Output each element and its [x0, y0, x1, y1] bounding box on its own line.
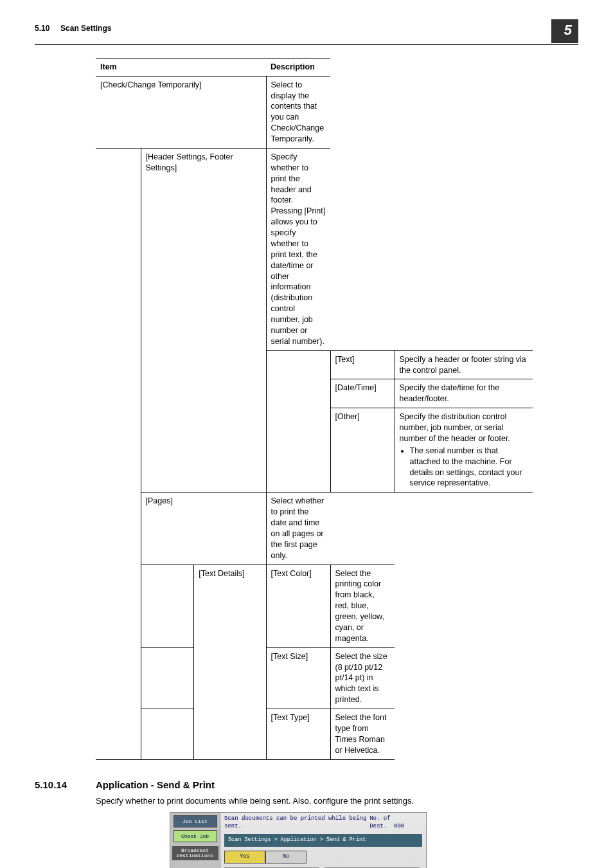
dest-label: No. of Dest. [369, 815, 390, 830]
indent-cell [96, 148, 141, 759]
job-list-button[interactable]: Job List [173, 815, 217, 827]
item-cell: [Header Settings, Footer Settings] [141, 148, 266, 492]
subsection-intro: Specify whether to print documents while… [96, 795, 578, 807]
settings-table: Item Description [Check/Change Temporari… [96, 58, 533, 760]
col-item: Item [96, 58, 266, 76]
indent-cell [266, 350, 330, 493]
desc-cell: Select to display the contents that you … [266, 76, 330, 148]
item-cell: [Text Type] [266, 709, 330, 760]
item-cell: [Date/Time] [330, 379, 395, 408]
section-title: Scan Settings [60, 24, 111, 33]
bullet: The serial number is that attached to th… [410, 446, 529, 489]
indent-cell [141, 565, 194, 647]
subsection-heading: 5.10.14 Application - Send & Print [35, 778, 578, 791]
item-cell: [Other] [330, 408, 395, 493]
desc-cell: Specify the distribution control number,… [395, 408, 533, 493]
item-cell: [Text Size] [266, 647, 330, 709]
desc-cell: Specify whether to print the header and … [266, 148, 330, 350]
breadcrumb: Scan Settings > Application > Send & Pri… [224, 834, 422, 847]
desc-cell: Specify the date/time for the header/foo… [395, 379, 533, 408]
item-cell: [Check/Change Temporarily] [96, 76, 266, 148]
indent-cell [141, 709, 194, 760]
col-desc: Description [266, 58, 330, 76]
item-cell: [Text] [330, 350, 395, 379]
check-job-button[interactable]: Check Job [173, 830, 217, 842]
chapter-number: 5 [551, 19, 578, 43]
section-num: 5.10 [35, 24, 49, 33]
no-button[interactable]: No [265, 851, 306, 863]
desc-cell: Select the font type from Times Roman or… [330, 709, 395, 760]
broadcast-label: Broadcast Destinations [172, 846, 218, 860]
panel-message: Scan documents can be printed while bein… [224, 815, 369, 831]
subsection-num: 5.10.14 [35, 778, 96, 791]
dest-count: 000 [394, 823, 404, 829]
item-cell: [Pages] [141, 493, 266, 565]
page-header: 5.10 Scan Settings 5 [35, 23, 578, 45]
device-panel-screenshot: Job List Check Job Broadcast Destination… [170, 812, 427, 868]
subsection-title: Application - Send & Print [96, 778, 215, 791]
desc-cell: Select the printing color from black, re… [330, 565, 395, 647]
indent-cell [141, 647, 194, 709]
item-cell: [Text Details] [194, 565, 266, 759]
desc-cell: Select whether to print the date and tim… [266, 493, 330, 565]
desc-cell: Specify a header or footer string via th… [395, 350, 533, 379]
item-cell: [Text Color] [266, 565, 330, 647]
desc-cell: Select the size (8 pt/10 pt/12 pt/14 pt)… [330, 647, 395, 709]
yes-button[interactable]: Yes [224, 851, 265, 863]
